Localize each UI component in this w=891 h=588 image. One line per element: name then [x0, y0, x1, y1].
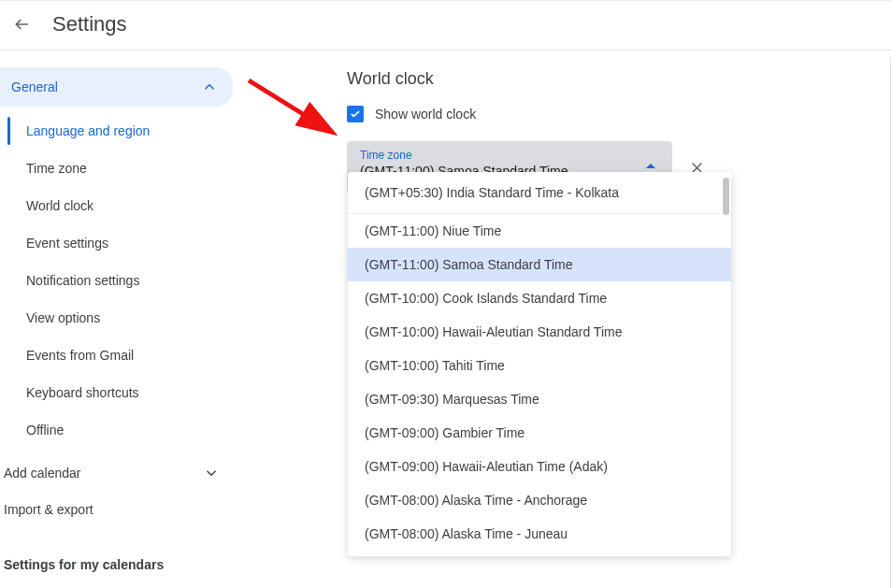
- timezone-float-label: Time zone: [360, 149, 659, 162]
- show-world-clock-row: Show world clock: [347, 106, 872, 122]
- dropdown-option[interactable]: (GMT-10:00) Cook Islands Standard Time: [348, 281, 731, 315]
- page-title: Settings: [52, 12, 127, 36]
- section-heading: World clock: [347, 69, 872, 89]
- nav-add-calendar[interactable]: Add calendar: [0, 454, 238, 492]
- dropdown-option[interactable]: (GMT-09:00) Gambier Time: [348, 416, 731, 450]
- caret-up-icon: [646, 164, 655, 168]
- nav-event-settings[interactable]: Event settings: [4, 224, 238, 262]
- dropdown-option[interactable]: (GMT-08:00) Alaska Time - Anchorage: [348, 483, 731, 517]
- timezone-dropdown[interactable]: (GMT+05:30) India Standard Time - Kolkat…: [348, 172, 731, 556]
- main-content: World clock Show world clock Time zone (…: [238, 50, 891, 572]
- nav-notification-settings[interactable]: Notification settings: [4, 262, 238, 299]
- dropdown-option[interactable]: (GMT-11:00) Samoa Standard Time: [348, 248, 731, 281]
- header-bar: Settings: [0, 0, 891, 50]
- nav-section-label: General: [11, 79, 58, 94]
- sidebar: General Language and region Time zone Wo…: [0, 50, 238, 572]
- dropdown-option[interactable]: (GMT-11:00) Niue Time: [348, 214, 731, 248]
- back-arrow-icon[interactable]: [13, 15, 32, 34]
- svg-line-0: [249, 80, 330, 131]
- show-world-clock-checkbox[interactable]: [347, 106, 364, 122]
- nav-time-zone[interactable]: Time zone: [4, 150, 238, 187]
- nav-section-general[interactable]: General: [0, 67, 233, 107]
- dropdown-option[interactable]: (GMT-08:00) Alaska Time - Juneau: [348, 517, 731, 551]
- dropdown-option[interactable]: (GMT-09:00) Hawaii-Aleutian Time (Adak): [348, 450, 731, 483]
- my-calendars-heading: Settings for my calendars: [0, 557, 238, 572]
- show-world-clock-label: Show world clock: [375, 107, 476, 122]
- nav-language-region[interactable]: Language and region: [4, 112, 238, 150]
- chevron-up-icon: [201, 79, 218, 95]
- nav-import-export[interactable]: Import & export: [0, 492, 238, 527]
- chevron-down-icon: [203, 465, 220, 481]
- dropdown-option[interactable]: (GMT-10:00) Hawaii-Aleutian Standard Tim…: [348, 315, 731, 349]
- nav-keyboard-shortcuts[interactable]: Keyboard shortcuts: [4, 374, 238, 411]
- nav-view-options[interactable]: View options: [4, 299, 238, 337]
- nav-events-from-gmail[interactable]: Events from Gmail: [4, 337, 238, 374]
- nav-sublist: Language and region Time zone World cloc…: [0, 112, 238, 449]
- nav-world-clock[interactable]: World clock: [4, 187, 238, 224]
- dropdown-option[interactable]: (GMT-10:00) Tahiti Time: [348, 349, 731, 382]
- dropdown-option[interactable]: (GMT-09:30) Marquesas Time: [348, 382, 731, 416]
- scrollbar-thumb[interactable]: [723, 178, 729, 215]
- nav-offline[interactable]: Offline: [4, 411, 238, 449]
- dropdown-current-item[interactable]: (GMT+05:30) India Standard Time - Kolkat…: [348, 172, 731, 214]
- checkmark-icon: [349, 108, 362, 121]
- annotation-arrow: [241, 75, 344, 140]
